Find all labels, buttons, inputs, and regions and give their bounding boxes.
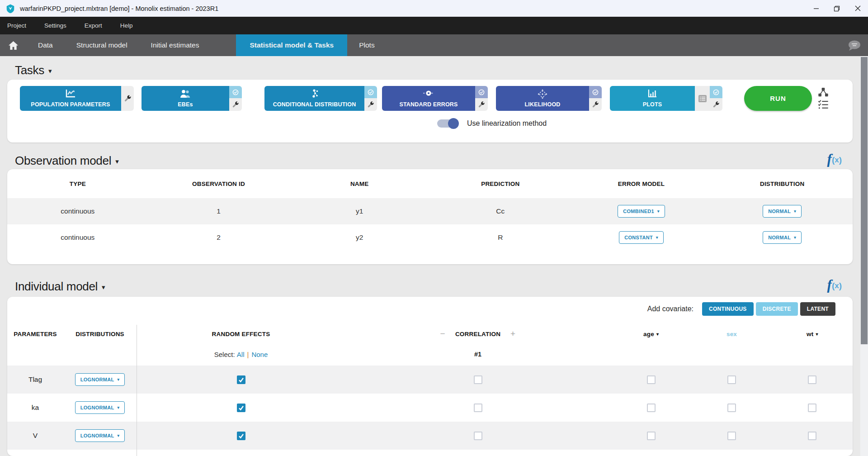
- run-button[interactable]: RUN: [744, 86, 812, 111]
- cell-name: y2: [289, 224, 430, 251]
- add-correlation-button[interactable]: +: [500, 329, 525, 339]
- tab-statistical-model-tasks[interactable]: Statistical model & Tasks: [236, 34, 347, 56]
- tasks-title-text: Tasks: [15, 63, 44, 77]
- add-covariate-row: Add covariate: CONTINUOUS DISCRETE LATEN…: [647, 302, 835, 316]
- tab-data[interactable]: Data: [26, 34, 65, 56]
- caret-down-icon: ▾: [656, 235, 658, 240]
- plots-enabled-badge[interactable]: [710, 86, 722, 98]
- ebes-enabled-badge[interactable]: [229, 86, 242, 98]
- individual-formula-button[interactable]: f(x): [827, 278, 842, 292]
- parameter-row-tlag: Tlag LOGNORMAL▾: [7, 366, 853, 394]
- dropdown-value: LOGNORMAL: [80, 377, 114, 382]
- distribution-dropdown-tlag[interactable]: LOGNORMAL▾: [75, 373, 125, 386]
- plots-button[interactable]: PLOTS: [610, 86, 695, 111]
- wrench-icon: [232, 101, 239, 108]
- tab-home[interactable]: [0, 34, 26, 56]
- age-checkbox-tlag[interactable]: [647, 375, 656, 384]
- workflow-icon[interactable]: [818, 87, 829, 98]
- column-header-age[interactable]: age▾: [611, 325, 691, 343]
- add-latent-covariate-button[interactable]: LATENT: [800, 302, 835, 316]
- distribution-dropdown-y2[interactable]: NORMAL▾: [763, 231, 802, 244]
- caret-down-icon: ▾: [117, 433, 119, 438]
- random-effect-checkbox-tlag[interactable]: [237, 375, 245, 384]
- title-bar: warfarinPKPD_project.mlxtran [demo] - Mo…: [0, 0, 868, 17]
- sex-checkbox-ka[interactable]: [727, 404, 736, 412]
- plots-selection-button[interactable]: [695, 86, 710, 111]
- standard-errors-enabled-badge[interactable]: [475, 86, 488, 98]
- caret-down-icon: ▾: [117, 377, 119, 382]
- age-checkbox-v[interactable]: [647, 432, 656, 440]
- menu-project[interactable]: Project: [7, 22, 26, 29]
- sex-checkbox-v[interactable]: [727, 432, 736, 440]
- conditional-distribution-enabled-badge[interactable]: [364, 86, 377, 98]
- select-all-link[interactable]: All: [237, 351, 245, 358]
- add-continuous-covariate-button[interactable]: CONTINUOUS: [702, 302, 754, 316]
- tab-initial-estimates[interactable]: Initial estimates: [139, 34, 211, 56]
- fx-x: x: [835, 156, 839, 164]
- wt-checkbox-tlag[interactable]: [808, 375, 816, 384]
- population-parameters-settings-button[interactable]: [121, 86, 134, 111]
- random-effect-checkbox-v[interactable]: [237, 432, 245, 440]
- wrench-icon: [124, 95, 132, 102]
- likelihood-side: [589, 86, 602, 111]
- main-tab-bar: Data Structural model Initial estimates …: [0, 34, 868, 56]
- feedback-bubble-button[interactable]: [847, 40, 862, 53]
- remove-correlation-button[interactable]: −: [430, 329, 455, 339]
- wt-checkbox-v[interactable]: [808, 432, 816, 440]
- menu-help[interactable]: Help: [120, 22, 133, 29]
- add-discrete-covariate-button[interactable]: DISCRETE: [756, 302, 798, 316]
- likelihood-button[interactable]: LIKELIHOOD: [496, 86, 589, 111]
- ebes-button[interactable]: EBEs: [142, 86, 229, 111]
- population-parameters-button[interactable]: POPULATION PARAMETERS: [20, 86, 121, 111]
- distribution-dropdown-y1[interactable]: NORMAL▾: [763, 205, 802, 218]
- error-model-dropdown-y1[interactable]: COMBINED1▾: [618, 205, 665, 218]
- restore-button[interactable]: [826, 0, 847, 17]
- wt-checkbox-ka[interactable]: [808, 404, 816, 412]
- likelihood-enabled-badge[interactable]: [589, 86, 602, 98]
- random-effect-checkbox-ka[interactable]: [237, 404, 245, 412]
- distribution-dropdown-ka[interactable]: LOGNORMAL▾: [75, 401, 125, 414]
- scrollbar-thumb[interactable]: [861, 57, 868, 344]
- observation-formula-button[interactable]: f(x): [827, 152, 842, 166]
- covariate-name: age: [643, 331, 654, 337]
- tab-plots[interactable]: Plots: [347, 34, 386, 56]
- covariate-name: sex: [726, 331, 737, 337]
- tab-structural-model[interactable]: Structural model: [65, 34, 139, 56]
- observation-model-section-title[interactable]: Observation model▾: [15, 154, 118, 168]
- menu-export[interactable]: Export: [85, 22, 102, 29]
- correlation-checkbox-ka[interactable]: [474, 404, 482, 412]
- window-controls: [806, 0, 868, 17]
- cell-prediction: R: [430, 224, 571, 251]
- cell-observation-id: 2: [148, 224, 289, 251]
- distribution-dropdown-v[interactable]: LOGNORMAL▾: [75, 429, 125, 442]
- standard-errors-settings-button[interactable]: [475, 98, 488, 111]
- ebes-settings-button[interactable]: [229, 98, 242, 111]
- standard-errors-button[interactable]: STANDARD ERRORS: [382, 86, 475, 111]
- linearization-toggle[interactable]: [437, 119, 458, 128]
- caret-down-icon: ▾: [117, 405, 119, 410]
- individual-model-section-title[interactable]: Individual model▾: [15, 280, 105, 294]
- ebes-side: [229, 86, 242, 111]
- correlation-checkbox-v[interactable]: [474, 432, 482, 440]
- sex-checkbox-tlag[interactable]: [727, 375, 736, 384]
- correlation-checkbox-tlag[interactable]: [474, 375, 482, 384]
- task-checklist-icon[interactable]: [818, 99, 829, 110]
- likelihood-settings-button[interactable]: [589, 98, 602, 111]
- individual-model-table: PARAMETERS DISTRIBUTIONS RANDOM EFFECTS …: [7, 325, 853, 456]
- column-header-wt[interactable]: wt▾: [772, 325, 853, 343]
- close-button[interactable]: [847, 0, 868, 17]
- tasks-section-title[interactable]: Tasks▾: [15, 63, 52, 77]
- menu-settings[interactable]: Settings: [44, 22, 66, 29]
- select-none-link[interactable]: None: [251, 351, 268, 358]
- dropdown-value: NORMAL: [768, 209, 791, 214]
- fx-paren: ): [839, 156, 842, 164]
- minimize-button[interactable]: [806, 0, 826, 17]
- age-checkbox-ka[interactable]: [647, 404, 656, 412]
- conditional-distribution-settings-button[interactable]: [364, 98, 377, 111]
- caret-down-icon: ▾: [48, 67, 52, 75]
- plots-settings-button[interactable]: [710, 98, 722, 111]
- column-header-sex[interactable]: sex: [691, 325, 772, 343]
- vertical-scrollbar[interactable]: [860, 56, 868, 456]
- conditional-distribution-button[interactable]: CONDITIONAL DISTRIBUTION: [264, 86, 364, 111]
- error-model-dropdown-y2[interactable]: CONSTANT▾: [619, 231, 664, 244]
